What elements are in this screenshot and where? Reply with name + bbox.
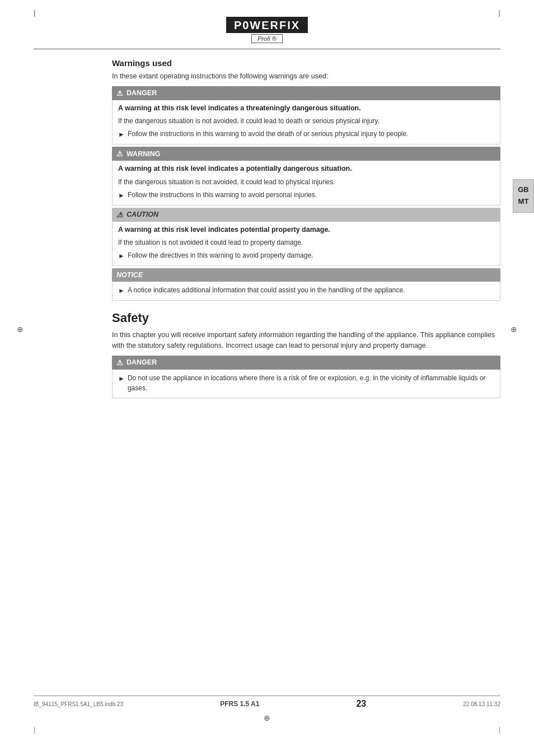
caution-body-text: If the situation is not avoided it could… [118, 237, 494, 248]
danger-bullet-text: Follow the instructions in this warning … [128, 129, 409, 139]
main-content: Warnings used In these extant operating … [0, 58, 534, 398]
safety-danger-bullet: ► Do not use the appliance in locations … [118, 373, 494, 393]
bullet-arrow-icon-2: ► [118, 190, 125, 200]
warning-triangle-icon: ⚠ [116, 150, 123, 158]
caution-box: ⚠ CAUTION A warning at this risk level i… [112, 208, 500, 267]
warning-body-title: A warning at this risk level indicates a… [118, 164, 494, 174]
notice-body-bullet: ► A notice indicates additional informat… [118, 285, 494, 296]
profi-label: Profi ® [251, 34, 283, 43]
notice-header: NOTICE [112, 268, 500, 282]
crop-mark-bottom-right: | [499, 726, 500, 734]
warning-bullet-text: Follow the instructions in this warning … [128, 190, 317, 200]
crop-mark-bottom-left: | [34, 726, 35, 734]
safety-danger-label: DANGER [127, 358, 157, 366]
caution-body-title: A warning at this risk level indicates p… [118, 225, 494, 235]
safety-danger-bullet-text: Do not use the appliance in locations wh… [128, 373, 494, 393]
warning-label: WARNING [127, 150, 160, 158]
footer-file-info: IB_94115_PFRS1.5A1_LB5.indb 23 [34, 701, 123, 707]
bullet-arrow-icon: ► [118, 129, 125, 139]
danger-body-bullet: ► Follow the instructions in this warnin… [118, 129, 494, 139]
safety-danger-triangle-icon: ⚠ [116, 358, 123, 367]
notice-bullet-text: A notice indicates additional informatio… [128, 285, 405, 295]
header-divider [34, 49, 500, 49]
safety-title: Safety [112, 311, 500, 325]
warnings-title: Warnings used [112, 58, 500, 68]
warning-body-bullet: ► Follow the instructions in this warnin… [118, 190, 494, 200]
reg-mark-mid-left: ⊕ [17, 325, 24, 334]
safety-section: Safety In this chapter you will receive … [112, 311, 500, 398]
footer-date: 22.08.13 11:32 [463, 701, 500, 707]
warning-body: A warning at this risk level indicates a… [112, 161, 500, 206]
safety-intro: In this chapter you will receive importa… [112, 330, 500, 351]
bullet-arrow-icon-5: ► [118, 374, 125, 384]
danger-label: DANGER [127, 89, 157, 97]
warning-body-text: If the dangerous situation is not avoide… [118, 177, 494, 187]
footer-compass: ⊕ [34, 713, 500, 722]
page-header: P0WERFIX Profi ® ⊕ [0, 0, 534, 49]
safety-danger-body: ► Do not use the appliance in locations … [112, 370, 500, 398]
caution-body-bullet: ► Follow the directives in this warning … [118, 250, 494, 261]
caution-header: ⚠ CAUTION [112, 208, 500, 222]
caution-label: CAUTION [127, 211, 158, 218]
notice-body: ► A notice indicates additional informat… [112, 282, 500, 301]
warning-header: ⚠ WARNING [112, 147, 500, 161]
caution-bullet-text: Follow the directives in this warning to… [128, 250, 313, 260]
header-compass: ⊕ [264, 21, 270, 30]
warning-box: ⚠ WARNING A warning at this risk level i… [112, 147, 500, 206]
bullet-arrow-icon-3: ► [118, 251, 125, 261]
warnings-intro: In these extant operating instructions t… [112, 71, 500, 82]
page-footer: IB_94115_PFRS1.5A1_LB5.indb 23 PFRS 1.5 … [0, 696, 534, 734]
safety-danger-header: ⚠ DANGER [112, 356, 500, 370]
danger-header: ⚠ DANGER [112, 86, 500, 100]
danger-box: ⚠ DANGER A warning at this risk level in… [112, 86, 500, 145]
reg-mark-mid-right: ⊕ [510, 325, 517, 334]
notice-box: NOTICE ► A notice indicates additional i… [112, 268, 500, 301]
caution-body: A warning at this risk level indicates p… [112, 222, 500, 267]
warnings-section: Warnings used In these extant operating … [112, 58, 500, 301]
danger-body: A warning at this risk level indicates a… [112, 100, 500, 145]
footer-content: IB_94115_PFRS1.5A1_LB5.indb 23 PFRS 1.5 … [34, 699, 500, 709]
page: | | P0WERFIX Profi ® ⊕ GB MT Warnings us… [0, 0, 534, 756]
danger-body-title: A warning at this risk level indicates a… [118, 104, 494, 114]
footer-divider [34, 696, 500, 696]
safety-danger-box: ⚠ DANGER ► Do not use the appliance in l… [112, 356, 500, 398]
bullet-arrow-icon-4: ► [118, 286, 125, 296]
footer-page: 23 [356, 699, 366, 709]
notice-label: NOTICE [116, 271, 143, 279]
caution-triangle-icon: ⚠ [116, 211, 123, 219]
footer-crop-marks: | | [34, 726, 500, 734]
footer-model: PFRS 1.5 A1 [220, 700, 259, 708]
danger-triangle-icon: ⚠ [116, 89, 123, 97]
danger-body-text: If the dangerous situation is not avoide… [118, 116, 494, 126]
